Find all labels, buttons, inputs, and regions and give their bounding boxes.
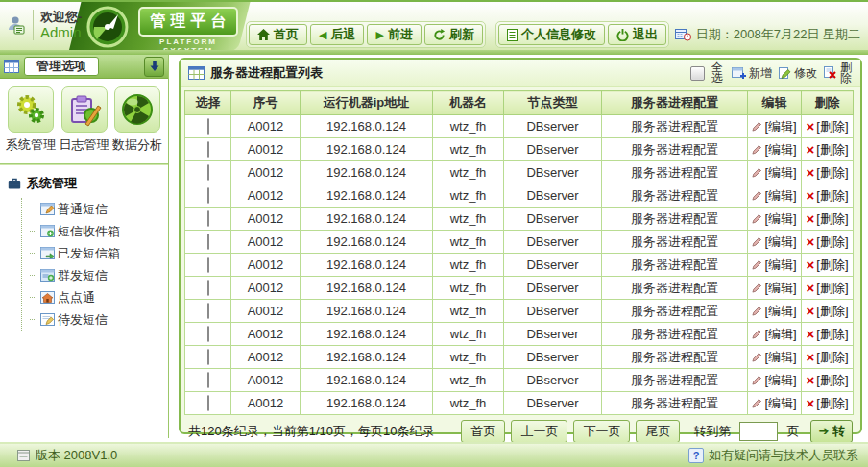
cell-config-link[interactable]: 服务器进程配置: [602, 277, 748, 300]
cell-node-type: DBserver: [504, 323, 602, 346]
edit-link[interactable]: [编辑]: [752, 141, 796, 159]
module-data-analysis[interactable]: 数据分析: [112, 86, 162, 154]
edit-link[interactable]: [编辑]: [752, 257, 796, 274]
edit-link[interactable]: [编辑]: [752, 326, 796, 343]
delete-link[interactable]: × [删除]: [807, 118, 849, 135]
cell-serial: A0012: [231, 161, 301, 184]
cell-serial: A0012: [231, 184, 301, 208]
cell-config-link[interactable]: 服务器进程配置: [602, 208, 748, 231]
edit-link[interactable]: [编辑]: [752, 164, 796, 182]
edit-link[interactable]: [编辑]: [752, 118, 796, 135]
cell-config-link[interactable]: 服务器进程配置: [602, 254, 748, 277]
table-toolbar: 全选 新增 修改 删除: [690, 62, 853, 84]
cell-config-link[interactable]: 服务器进程配置: [602, 369, 748, 392]
nav-forward-button[interactable]: ▶ 前进: [367, 24, 421, 45]
go-button[interactable]: ➔ 转: [810, 420, 853, 443]
edit-link[interactable]: [编辑]: [752, 210, 796, 228]
prev-page-button[interactable]: 上一页: [511, 420, 567, 443]
delete-link[interactable]: × [删除]: [807, 326, 849, 343]
row-checkbox[interactable]: [207, 234, 209, 250]
row-checkbox[interactable]: [207, 326, 209, 342]
nav-refresh-button[interactable]: 刷新: [424, 24, 483, 45]
sidebar-collapse-button[interactable]: [144, 57, 164, 77]
cell-config-link[interactable]: 服务器进程配置: [602, 346, 748, 369]
delete-link[interactable]: × [删除]: [807, 164, 849, 182]
tree-root-system-management[interactable]: 系统管理: [8, 175, 160, 192]
edit-link[interactable]: [编辑]: [752, 303, 796, 320]
first-page-button[interactable]: 首页: [461, 420, 505, 443]
cell-config-link[interactable]: 服务器进程配置: [602, 161, 748, 184]
pencil-icon: [752, 329, 762, 339]
col-serial: 序号: [231, 91, 301, 115]
cell-config-link[interactable]: 服务器进程配置: [602, 115, 748, 138]
cell-machine: wtz_fh: [433, 369, 504, 392]
delete-link-label: [删除]: [816, 303, 848, 320]
red-x-icon: ×: [807, 327, 815, 341]
row-checkbox[interactable]: [207, 257, 209, 273]
tree-root-label: 系统管理: [27, 175, 77, 192]
row-checkbox[interactable]: [207, 210, 209, 227]
last-page-button[interactable]: 尾页: [636, 420, 680, 443]
goto-page-input[interactable]: [739, 422, 778, 441]
cell-machine: wtz_fh: [433, 254, 504, 277]
tree-item-normal-sms[interactable]: 普通短信: [30, 198, 160, 220]
cell-node-type: DBserver: [504, 369, 602, 392]
tree-item-label: 短信收件箱: [58, 223, 120, 240]
next-page-button[interactable]: 下一页: [573, 420, 630, 443]
row-checkbox[interactable]: [207, 187, 209, 204]
edit-link[interactable]: [编辑]: [752, 372, 796, 389]
delete-link[interactable]: × [删除]: [807, 187, 849, 205]
pencil-icon: [752, 213, 762, 224]
delete-link[interactable]: × [删除]: [807, 280, 849, 297]
edit-link[interactable]: [编辑]: [752, 187, 796, 205]
delete-link[interactable]: × [删除]: [807, 210, 849, 228]
delete-link[interactable]: × [删除]: [807, 257, 849, 274]
cell-config-link[interactable]: 服务器进程配置: [602, 300, 748, 323]
delete-link[interactable]: × [删除]: [807, 234, 849, 251]
select-all-checkbox[interactable]: [690, 66, 705, 81]
cell-machine: wtz_fh: [433, 208, 504, 231]
delete-button[interactable]: 删除: [824, 62, 853, 84]
delete-link[interactable]: × [删除]: [807, 372, 849, 389]
cell-config-link[interactable]: 服务器进程配置: [602, 138, 748, 161]
row-checkbox[interactable]: [207, 372, 209, 388]
tree-item-bulk-sms[interactable]: 群发短信: [30, 264, 160, 286]
cell-machine: wtz_fh: [433, 323, 504, 346]
cell-ip: 192.168.0.124: [301, 392, 433, 415]
module-log-management[interactable]: 日志管理: [60, 86, 109, 154]
cell-config-link[interactable]: 服务器进程配置: [602, 231, 748, 254]
edit-link[interactable]: [编辑]: [752, 234, 796, 251]
row-checkbox[interactable]: [207, 164, 209, 181]
delete-link[interactable]: × [删除]: [807, 349, 849, 366]
edit-link[interactable]: [编辑]: [752, 280, 796, 297]
tree-item-sent-sms[interactable]: 已发短信箱: [30, 242, 160, 264]
row-checkbox[interactable]: [207, 303, 209, 319]
add-button-label: 新增: [749, 65, 772, 82]
row-checkbox[interactable]: [207, 280, 209, 296]
row-checkbox[interactable]: [207, 395, 209, 411]
modify-button[interactable]: 修改: [779, 65, 817, 82]
row-checkbox[interactable]: [207, 118, 209, 135]
nav-profile-button[interactable]: 个人信息修改: [498, 24, 605, 45]
cell-node-type: DBserver: [504, 161, 602, 184]
row-checkbox[interactable]: [207, 349, 209, 365]
add-button[interactable]: 新增: [732, 65, 772, 82]
edit-link[interactable]: [编辑]: [752, 395, 796, 412]
cell-config-link[interactable]: 服务器进程配置: [602, 184, 748, 208]
delete-link[interactable]: × [删除]: [807, 141, 849, 159]
tree-item-diandiantong[interactable]: 点点通: [30, 286, 160, 308]
cell-config-link[interactable]: 服务器进程配置: [602, 323, 748, 346]
delete-link[interactable]: × [删除]: [807, 395, 849, 412]
tree-item-pending-sms[interactable]: 待发短信: [30, 308, 160, 331]
app-logo-icon: [84, 4, 131, 50]
module-system-management[interactable]: 系统管理: [6, 86, 56, 154]
nav-home-button[interactable]: 首页: [249, 24, 307, 45]
delete-link[interactable]: × [删除]: [807, 303, 849, 320]
edit-link[interactable]: [编辑]: [752, 349, 796, 366]
nav-home-label: 首页: [274, 26, 299, 43]
cell-config-link[interactable]: 服务器进程配置: [602, 392, 748, 415]
nav-back-button[interactable]: ◀ 后退: [310, 24, 364, 45]
tree-item-sms-inbox[interactable]: 短信收件箱: [30, 220, 160, 242]
nav-logout-button[interactable]: 退出: [608, 24, 666, 45]
row-checkbox[interactable]: [207, 141, 209, 158]
